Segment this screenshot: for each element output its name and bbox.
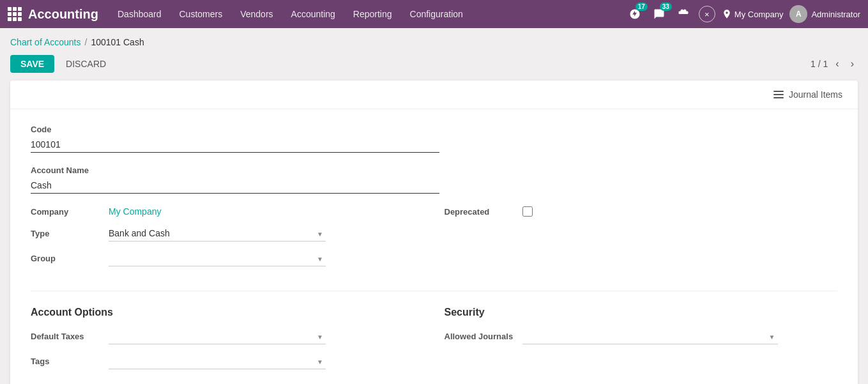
journal-items-button[interactable]: Journal Items xyxy=(768,87,848,102)
security-title: Security xyxy=(445,307,838,318)
pagination-text: 1 / 1 xyxy=(811,59,828,69)
section-divider xyxy=(31,291,837,291)
account-options-section: Account Options Default Taxes ▼ Ta xyxy=(31,307,424,378)
save-button[interactable]: SAVE xyxy=(10,55,54,73)
top-nav: Dashboard Customers Vendors Accounting R… xyxy=(110,5,621,23)
company-name: My Company xyxy=(735,10,784,19)
hamburger-icon xyxy=(773,91,784,98)
type-select[interactable]: Bank and Cash Receivable Payable Current… xyxy=(109,226,326,242)
nav-accounting[interactable]: Accounting xyxy=(284,5,343,23)
card-topbar: Journal Items xyxy=(10,81,858,109)
group-row: Group ▼ xyxy=(31,250,424,266)
app-grid-icon[interactable] xyxy=(8,7,22,21)
group-select[interactable] xyxy=(109,250,326,266)
two-col-section: Company My Company Type Bank and Cash Re… xyxy=(31,206,837,275)
account-options-title: Account Options xyxy=(31,307,424,318)
allowed-journals-row: Allowed Journals ▼ xyxy=(445,328,838,344)
main-content: Journal Items Code Account Name Company xyxy=(0,81,868,384)
tags-select[interactable] xyxy=(109,353,326,369)
nav-customers[interactable]: Customers xyxy=(172,5,231,23)
journal-items-label: Journal Items xyxy=(789,89,842,100)
code-label: Code xyxy=(31,125,837,134)
type-select-wrapper: Bank and Cash Receivable Payable Current… xyxy=(109,226,326,242)
account-name-label: Account Name xyxy=(31,165,837,175)
options-security-section: Account Options Default Taxes ▼ Ta xyxy=(31,307,837,378)
deprecated-label: Deprecated xyxy=(445,207,515,217)
activity-count: 17 xyxy=(636,3,648,11)
action-bar: SAVE DISCARD 1 / 1 ‹ › xyxy=(0,52,868,81)
allowed-journals-select[interactable] xyxy=(522,328,778,344)
app-title: Accounting xyxy=(28,7,98,22)
user-avatar: A xyxy=(789,5,807,23)
default-taxes-label: Default Taxes xyxy=(31,332,101,341)
form-body: Code Account Name Company My Company xyxy=(10,109,858,384)
right-deprecated: Deprecated xyxy=(445,206,838,275)
user-menu[interactable]: A Administrator xyxy=(789,5,860,23)
left-fields: Company My Company Type Bank and Cash Re… xyxy=(31,206,424,275)
account-name-input[interactable] xyxy=(31,178,439,194)
default-taxes-select[interactable] xyxy=(109,328,326,344)
message-count: 33 xyxy=(660,3,672,11)
company-value[interactable]: My Company xyxy=(109,206,161,217)
nav-configuration[interactable]: Configuration xyxy=(402,5,471,23)
account-name-field: Account Name xyxy=(31,165,837,194)
tags-label: Tags xyxy=(31,357,101,366)
code-input[interactable] xyxy=(31,137,439,153)
record-card: Journal Items Code Account Name Company xyxy=(10,81,858,384)
type-label: Type xyxy=(31,229,101,238)
allowed-journals-label: Allowed Journals xyxy=(445,332,515,341)
discard-button[interactable]: DISCARD xyxy=(59,55,112,73)
next-page-button[interactable]: › xyxy=(847,57,858,71)
company-selector[interactable]: My Company xyxy=(722,9,784,19)
app-logo[interactable]: Accounting xyxy=(8,7,98,22)
nav-dashboard[interactable]: Dashboard xyxy=(110,5,169,23)
allowed-journals-select-wrapper: ▼ xyxy=(522,328,778,344)
default-taxes-select-wrapper: ▼ xyxy=(109,328,326,344)
pagination: 1 / 1 ‹ › xyxy=(811,57,858,71)
user-name: Administrator xyxy=(811,10,860,19)
nav-vendors[interactable]: Vendors xyxy=(232,5,280,23)
security-section: Security Allowed Journals ▼ xyxy=(445,307,838,378)
type-row: Type Bank and Cash Receivable Payable Cu… xyxy=(31,226,424,242)
close-button[interactable]: × xyxy=(699,6,715,22)
company-label: Company xyxy=(31,207,101,217)
breadcrumb: Chart of Accounts / 100101 Cash xyxy=(0,28,868,52)
topbar: Accounting Dashboard Customers Vendors A… xyxy=(0,0,868,28)
default-taxes-row: Default Taxes ▼ xyxy=(31,328,424,344)
breadcrumb-current: 100101 Cash xyxy=(91,37,144,47)
group-label: Group xyxy=(31,254,101,263)
company-row: Company My Company xyxy=(31,206,424,217)
gift-button[interactable] xyxy=(674,5,692,23)
prev-page-button[interactable]: ‹ xyxy=(832,57,842,71)
activity-badge-button[interactable]: 17 xyxy=(626,5,644,23)
close-icon: × xyxy=(704,10,710,19)
message-badge-button[interactable]: 33 xyxy=(650,5,668,23)
breadcrumb-parent[interactable]: Chart of Accounts xyxy=(10,37,81,47)
action-buttons: SAVE DISCARD xyxy=(10,55,112,73)
deprecated-checkbox[interactable] xyxy=(522,206,533,217)
group-select-wrapper: ▼ xyxy=(109,250,326,266)
topbar-right: 17 33 × My Company A Administrator xyxy=(626,5,860,23)
deprecated-checkbox-wrapper xyxy=(522,206,533,217)
tags-row: Tags ▼ xyxy=(31,353,424,369)
code-field: Code xyxy=(31,125,837,153)
breadcrumb-separator: / xyxy=(85,37,88,47)
nav-reporting[interactable]: Reporting xyxy=(346,5,400,23)
tags-select-wrapper: ▼ xyxy=(109,353,326,369)
deprecated-row: Deprecated xyxy=(445,206,838,217)
